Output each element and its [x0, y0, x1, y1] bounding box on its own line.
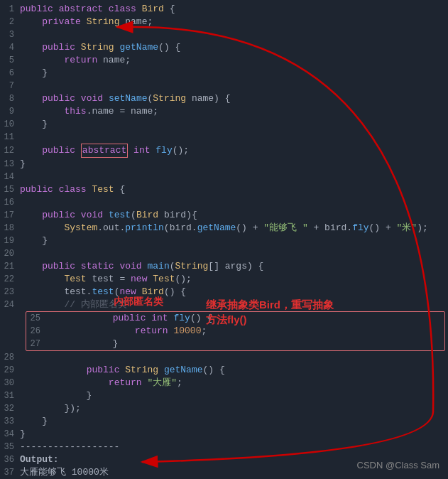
code-line-30: 30 return "大雁";	[0, 377, 448, 389]
code-line-27: 27 }	[26, 338, 444, 350]
code-line-22: 22 Test test = new Test();	[0, 273, 448, 286]
code-line-9: 9 this.name = name;	[0, 105, 448, 118]
code-line-21: 21 public static void main(String[] args…	[0, 260, 448, 273]
code-line-19: 19 }	[0, 235, 448, 247]
code-line-13: 13 }	[0, 158, 448, 171]
code-line-5: 5 return name;	[0, 54, 448, 67]
code-line-10: 10 }	[0, 118, 448, 131]
code-line-34: 34 }	[0, 428, 448, 441]
annotation-neiming: 内部匿名类	[114, 295, 163, 308]
code-line-3: 3	[0, 28, 448, 41]
code-line-12: 12 public abstract int fly();	[0, 144, 448, 158]
code-line-8: 8 public void setName(String name) {	[0, 92, 448, 105]
code-line-4: 4 public String getName() {	[0, 41, 448, 54]
code-line-18: 18 System.out.println(bird.getName() + "…	[0, 222, 448, 235]
code-line-2: 2 private String name;	[0, 16, 448, 28]
code-line-15: 15 public class Test {	[0, 183, 448, 196]
code-line-14: 14	[0, 171, 448, 183]
code-line-11: 11	[0, 131, 448, 144]
code-line-33: 33 }	[0, 415, 448, 428]
code-line-16: 16	[0, 196, 448, 209]
code-line-20: 20	[0, 247, 448, 260]
code-line-35: 35 ------------------	[0, 441, 448, 453]
code-block: 1 public abstract class Bird { 2 private…	[0, 0, 448, 479]
code-line-1: 1 public abstract class Bird {	[0, 3, 448, 16]
watermark: CSDN @Class Sam	[357, 460, 440, 470]
code-line-32: 32 });	[0, 402, 448, 415]
code-line-7: 7	[0, 80, 448, 92]
code-line-29: 29 public String getName() {	[0, 364, 448, 377]
code-line-17: 17 public void test(Bird bird){	[0, 209, 448, 222]
annotation-jicheng: 继承抽象类Bird，重写抽象方法fly()	[206, 297, 334, 327]
code-line-28: 28	[0, 351, 448, 364]
code-line-6: 6 }	[0, 67, 448, 80]
code-line-31: 31 }	[0, 389, 448, 402]
